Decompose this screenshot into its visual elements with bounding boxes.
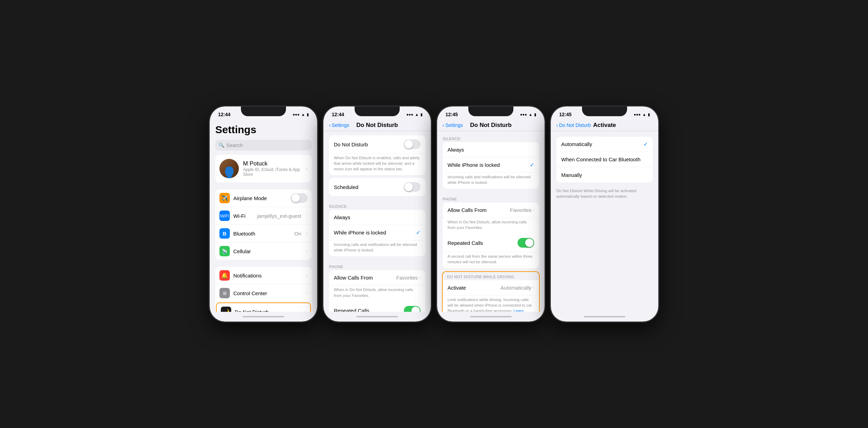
while-locked-row-3[interactable]: While iPhone is locked ✓ (443, 157, 539, 173)
silence-block-2: Always While iPhone is locked ✓ Incoming… (329, 210, 425, 256)
airplane-mode-icon: ✈️ (219, 193, 230, 203)
nav-bar-3: ‹ Settings Do Not Disturb (437, 120, 545, 131)
scheduled-row[interactable]: Scheduled (329, 178, 425, 196)
while-locked-label-3: While iPhone is locked (448, 162, 530, 168)
cellular-label: Cellular (233, 248, 301, 254)
back-button-3[interactable]: ‹ Settings (443, 122, 463, 128)
phone-4: 12:45 ●●● ▲ ▮ ‹ Do Not Disturb Activate (551, 106, 658, 322)
nav-bar-2: ‹ Settings Do Not Disturb (323, 120, 431, 131)
while-locked-desc-3: Incoming calls and notifications will be… (443, 173, 539, 189)
dnd-row[interactable]: 🌙 Do Not Disturb › (216, 302, 311, 312)
allow-calls-desc-3: When in Do Not Disturb, allow incoming c… (443, 218, 539, 234)
status-icons-4: ●●● ▲ ▮ (634, 112, 650, 117)
wifi-icon-4: ▲ (642, 112, 646, 117)
back-chevron-2: ‹ (329, 122, 331, 128)
back-button-4[interactable]: ‹ Do Not Disturb (556, 122, 591, 128)
allow-calls-row-3[interactable]: Allow Calls From Favorites › (443, 203, 539, 218)
repeated-label-3: Repeated Calls (448, 240, 518, 246)
cellular-chevron: › (306, 249, 307, 254)
activate-row-3[interactable]: Activate Automatically › (443, 280, 539, 296)
back-label-4: Do Not Disturb (559, 122, 591, 128)
dnd-icon: 🌙 (221, 307, 231, 312)
notifications-icon: 🔔 (219, 270, 230, 281)
repeated-calls-desc-3: A second call from the same person withi… (443, 252, 539, 268)
silence-block-3: Always While iPhone is locked ✓ Incoming… (443, 142, 539, 189)
settings-section-1: ✈️ Airplane Mode WiFi Wi-Fi jamjellys_ex… (215, 189, 312, 260)
airplane-mode-row[interactable]: ✈️ Airplane Mode (215, 189, 312, 207)
wifi-label: Wi-Fi (233, 213, 253, 219)
nav-title-2: Do Not Disturb (356, 122, 398, 129)
dnd-toggle-row[interactable]: Do Not Disturb (329, 135, 425, 154)
automatically-label: Automatically (561, 141, 643, 147)
home-indicator-3 (437, 312, 545, 322)
home-indicator-4 (551, 312, 658, 322)
while-locked-label-2: While iPhone is locked (334, 230, 416, 236)
search-bar[interactable]: 🔍 Search (215, 140, 312, 151)
always-label-2: Always (334, 214, 420, 220)
manually-row[interactable]: Manually (556, 167, 653, 182)
bluetooth-row[interactable]: B Bluetooth On › (215, 225, 312, 242)
scheduled-toggle[interactable] (404, 182, 420, 192)
activate-desc: Do Not Disturb While Driving will be act… (551, 185, 658, 202)
notifications-chevron: › (306, 273, 307, 278)
allow-calls-desc-2: When in Do Not Disturb, allow incoming c… (329, 285, 425, 301)
always-row-2[interactable]: Always (329, 210, 425, 225)
repeated-calls-row-2[interactable]: Repeated Calls (329, 302, 425, 312)
signal-icon-4: ●●● (634, 112, 641, 117)
bluetooth-chevron: › (306, 231, 307, 236)
airplane-toggle[interactable] (291, 193, 307, 203)
nav-title-4: Activate (593, 122, 616, 129)
back-label-3: Settings (445, 122, 463, 128)
allow-calls-row-2[interactable]: Allow Calls From Favorites › (329, 270, 425, 285)
notch-2 (355, 106, 400, 116)
wifi-row[interactable]: WiFi Wi-Fi jamjellys_ext-guest › (215, 207, 312, 225)
bluetooth-label: Bluetooth (233, 231, 291, 237)
search-placeholder: Search (226, 142, 243, 148)
dnd-driving-box-3: DO NOT DISTURB WHILE DRIVING Activate Au… (442, 271, 540, 312)
repeated-calls-row-3[interactable]: Repeated Calls (443, 234, 539, 252)
cellular-row[interactable]: 📡 Cellular › (215, 242, 312, 260)
signal-icon-3: ●●● (520, 112, 527, 117)
automatically-row[interactable]: Automatically ✓ (556, 137, 653, 152)
back-label-2: Settings (332, 122, 349, 128)
settings-title: Settings (210, 120, 317, 138)
allow-calls-value-3: Favorites (510, 207, 531, 213)
always-row-3[interactable]: Always (443, 142, 539, 157)
car-bluetooth-label: When Connected to Car Bluetooth (561, 156, 648, 162)
while-locked-check-3: ✓ (530, 162, 534, 168)
car-bluetooth-row[interactable]: When Connected to Car Bluetooth (556, 152, 653, 167)
wifi-icon-setting: WiFi (219, 211, 230, 221)
bluetooth-icon: B (219, 228, 230, 239)
nav-bar-4: ‹ Do Not Disturb Activate (551, 120, 658, 131)
status-icons-2: ●●● ▲ ▮ (406, 112, 423, 117)
home-indicator-1 (210, 312, 317, 322)
bluetooth-value: On (294, 231, 301, 237)
time-4: 12:45 (559, 112, 572, 117)
notifications-row[interactable]: 🔔 Notifications › (215, 267, 312, 284)
dnd-driving-content-3: Activate Automatically › Limit notificat… (443, 280, 539, 312)
dnd-toggle-desc: When Do Not Disturb is enabled, calls an… (329, 154, 425, 175)
wifi-value: jamjellys_ext-guest (257, 213, 301, 219)
control-center-label: Control Center (233, 290, 301, 296)
status-icons-3: ●●● ▲ ▮ (520, 112, 536, 117)
phone-header-3: PHONE (437, 191, 545, 203)
phone-2: 12:44 ●●● ▲ ▮ ‹ Settings Do Not Disturb (323, 106, 431, 322)
dnd-toggle[interactable] (404, 139, 420, 149)
wifi-icon-3: ▲ (529, 112, 532, 117)
while-locked-row-2[interactable]: While iPhone is locked ✓ (329, 225, 425, 240)
back-chevron-3: ‹ (443, 122, 444, 128)
phone-block-3: Allow Calls From Favorites › When in Do … (443, 203, 539, 268)
signal-icon-2: ●●● (406, 112, 413, 117)
repeated-toggle-3[interactable] (518, 238, 534, 248)
back-button-2[interactable]: ‹ Settings (329, 122, 349, 128)
manually-label: Manually (561, 172, 648, 178)
battery-icon-3: ▮ (534, 112, 536, 117)
silence-header-2: SILENCE: (323, 199, 431, 210)
learn-more-link[interactable]: Learn More... (448, 309, 524, 312)
allow-calls-label-2: Allow Calls From (334, 275, 396, 281)
repeated-toggle-2[interactable] (404, 306, 420, 312)
control-center-row[interactable]: ⊞ Control Center › (215, 284, 312, 302)
scheduled-block: Scheduled (329, 178, 425, 196)
profile-row[interactable]: 👤 M Potuck Apple ID, iCloud, iTunes & Ap… (215, 155, 312, 182)
dnd-toggle-block: Do Not Disturb When Do Not Disturb is en… (329, 135, 425, 175)
